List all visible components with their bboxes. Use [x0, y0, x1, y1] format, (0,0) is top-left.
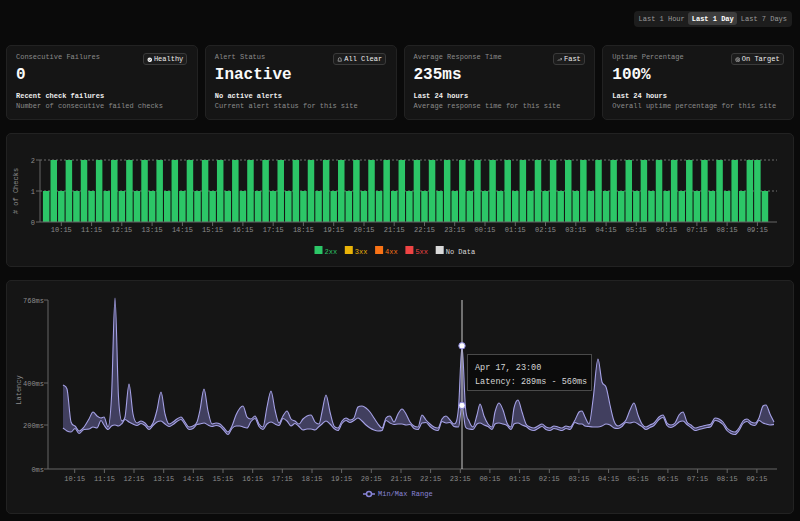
svg-text:06:15: 06:15: [657, 475, 678, 483]
svg-text:09:15: 09:15: [746, 475, 767, 483]
svg-text:11:15: 11:15: [94, 475, 115, 483]
svg-text:19:15: 19:15: [331, 475, 352, 483]
svg-text:00:15: 00:15: [479, 475, 500, 483]
svg-text:10:15: 10:15: [64, 475, 85, 483]
svg-text:01:15: 01:15: [509, 475, 530, 483]
svg-text:15:15: 15:15: [212, 475, 233, 483]
svg-text:08:15: 08:15: [717, 475, 738, 483]
svg-text:23:15: 23:15: [450, 475, 471, 483]
svg-text:02:15: 02:15: [539, 475, 560, 483]
svg-text:400ms: 400ms: [23, 380, 44, 388]
svg-text:18:15: 18:15: [301, 475, 322, 483]
svg-text:17:15: 17:15: [272, 475, 293, 483]
svg-text:20:15: 20:15: [361, 475, 382, 483]
svg-text:Latency: Latency: [15, 375, 23, 404]
svg-text:16:15: 16:15: [242, 475, 263, 483]
svg-text:200ms: 200ms: [23, 422, 44, 430]
svg-text:13:15: 13:15: [153, 475, 174, 483]
svg-text:07:15: 07:15: [687, 475, 708, 483]
svg-text:22:15: 22:15: [420, 475, 441, 483]
svg-text:12:15: 12:15: [123, 475, 144, 483]
svg-text:04:15: 04:15: [598, 475, 619, 483]
svg-text:21:15: 21:15: [390, 475, 411, 483]
svg-text:Min/Max Range: Min/Max Range: [378, 490, 433, 498]
svg-text:03:15: 03:15: [568, 475, 589, 483]
svg-text:768ms: 768ms: [23, 297, 44, 305]
svg-text:0ms: 0ms: [31, 466, 44, 474]
svg-text:05:15: 05:15: [628, 475, 649, 483]
svg-text:14:15: 14:15: [183, 475, 204, 483]
